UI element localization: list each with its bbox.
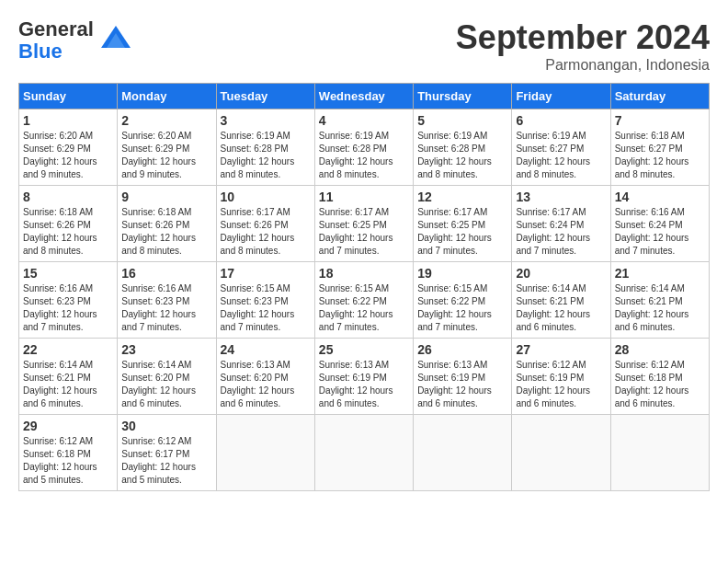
calendar-day-cell <box>414 415 512 491</box>
calendar-day-cell: 23 Sunrise: 6:14 AM Sunset: 6:20 PM Dayl… <box>118 339 216 415</box>
calendar-day-cell: 24 Sunrise: 6:13 AM Sunset: 6:20 PM Dayl… <box>216 339 314 415</box>
col-wednesday: Wednesday <box>314 84 413 109</box>
title-block: September 2024 Parmonangan, Indonesia <box>456 18 710 74</box>
calendar-table: Sunday Monday Tuesday Wednesday Thursday… <box>18 83 710 491</box>
day-info: Sunrise: 6:12 AM Sunset: 6:17 PM Dayligh… <box>121 435 211 487</box>
calendar-week-row: 29 Sunrise: 6:12 AM Sunset: 6:18 PM Dayl… <box>19 415 710 491</box>
calendar-day-cell: 27 Sunrise: 6:12 AM Sunset: 6:19 PM Dayl… <box>512 339 610 415</box>
calendar-day-cell <box>314 415 413 491</box>
day-number: 25 <box>319 342 409 357</box>
month-title: September 2024 <box>456 18 710 57</box>
day-number: 30 <box>121 419 211 433</box>
logo: General Blue <box>18 18 134 63</box>
col-thursday: Thursday <box>414 84 512 109</box>
day-number: 23 <box>121 342 211 357</box>
day-info: Sunrise: 6:20 AM Sunset: 6:29 PM Dayligh… <box>121 130 211 181</box>
day-info: Sunrise: 6:12 AM Sunset: 6:18 PM Dayligh… <box>23 435 113 487</box>
day-info: Sunrise: 6:16 AM Sunset: 6:23 PM Dayligh… <box>23 282 113 334</box>
day-number: 16 <box>121 266 211 281</box>
day-info: Sunrise: 6:14 AM Sunset: 6:20 PM Dayligh… <box>121 359 211 410</box>
calendar-day-cell: 19 Sunrise: 6:15 AM Sunset: 6:22 PM Dayl… <box>414 262 512 339</box>
day-number: 27 <box>516 342 606 357</box>
day-info: Sunrise: 6:13 AM Sunset: 6:19 PM Dayligh… <box>417 359 507 410</box>
day-info: Sunrise: 6:19 AM Sunset: 6:28 PM Dayligh… <box>221 130 311 181</box>
day-number: 1 <box>23 113 113 128</box>
day-info: Sunrise: 6:14 AM Sunset: 6:21 PM Dayligh… <box>23 359 113 410</box>
day-info: Sunrise: 6:16 AM Sunset: 6:23 PM Dayligh… <box>121 282 211 334</box>
day-number: 22 <box>23 342 113 357</box>
day-info: Sunrise: 6:14 AM Sunset: 6:21 PM Dayligh… <box>516 282 606 334</box>
calendar-day-cell: 20 Sunrise: 6:14 AM Sunset: 6:21 PM Dayl… <box>512 262 610 339</box>
day-info: Sunrise: 6:17 AM Sunset: 6:26 PM Dayligh… <box>221 206 311 258</box>
day-number: 14 <box>615 190 705 204</box>
day-number: 15 <box>23 266 113 281</box>
calendar-day-cell <box>610 415 709 491</box>
calendar-day-cell: 13 Sunrise: 6:17 AM Sunset: 6:24 PM Dayl… <box>512 186 610 262</box>
location-subtitle: Parmonangan, Indonesia <box>456 57 710 74</box>
day-number: 10 <box>221 190 311 204</box>
logo-text: General Blue <box>18 18 94 63</box>
day-number: 19 <box>417 266 507 281</box>
day-info: Sunrise: 6:13 AM Sunset: 6:19 PM Dayligh… <box>319 359 409 410</box>
calendar-week-row: 22 Sunrise: 6:14 AM Sunset: 6:21 PM Dayl… <box>19 339 710 415</box>
day-info: Sunrise: 6:12 AM Sunset: 6:19 PM Dayligh… <box>516 359 606 410</box>
day-number: 21 <box>615 266 705 281</box>
day-number: 7 <box>615 113 705 128</box>
calendar-day-cell: 29 Sunrise: 6:12 AM Sunset: 6:18 PM Dayl… <box>19 415 118 491</box>
calendar-day-cell: 26 Sunrise: 6:13 AM Sunset: 6:19 PM Dayl… <box>414 339 512 415</box>
day-info: Sunrise: 6:19 AM Sunset: 6:28 PM Dayligh… <box>319 130 409 181</box>
calendar-week-row: 8 Sunrise: 6:18 AM Sunset: 6:26 PM Dayli… <box>19 186 710 262</box>
day-number: 29 <box>23 419 113 433</box>
calendar-day-cell: 16 Sunrise: 6:16 AM Sunset: 6:23 PM Dayl… <box>118 262 216 339</box>
calendar-day-cell: 8 Sunrise: 6:18 AM Sunset: 6:26 PM Dayli… <box>19 186 118 262</box>
day-info: Sunrise: 6:15 AM Sunset: 6:22 PM Dayligh… <box>417 282 507 334</box>
calendar-day-cell: 4 Sunrise: 6:19 AM Sunset: 6:28 PM Dayli… <box>314 109 413 186</box>
day-info: Sunrise: 6:17 AM Sunset: 6:24 PM Dayligh… <box>516 206 606 258</box>
calendar-day-cell: 12 Sunrise: 6:17 AM Sunset: 6:25 PM Dayl… <box>414 186 512 262</box>
day-info: Sunrise: 6:16 AM Sunset: 6:24 PM Dayligh… <box>615 206 705 258</box>
calendar-day-cell: 2 Sunrise: 6:20 AM Sunset: 6:29 PM Dayli… <box>118 109 216 186</box>
day-number: 3 <box>221 113 311 128</box>
calendar-day-cell: 14 Sunrise: 6:16 AM Sunset: 6:24 PM Dayl… <box>610 186 709 262</box>
col-monday: Monday <box>118 84 216 109</box>
day-number: 8 <box>23 190 113 204</box>
day-number: 9 <box>121 190 211 204</box>
calendar-day-cell: 15 Sunrise: 6:16 AM Sunset: 6:23 PM Dayl… <box>19 262 118 339</box>
day-number: 11 <box>319 190 409 204</box>
day-info: Sunrise: 6:17 AM Sunset: 6:25 PM Dayligh… <box>319 206 409 258</box>
calendar-day-cell: 22 Sunrise: 6:14 AM Sunset: 6:21 PM Dayl… <box>19 339 118 415</box>
calendar-day-cell: 9 Sunrise: 6:18 AM Sunset: 6:26 PM Dayli… <box>118 186 216 262</box>
day-number: 2 <box>121 113 211 128</box>
day-info: Sunrise: 6:19 AM Sunset: 6:27 PM Dayligh… <box>516 130 606 181</box>
calendar-day-cell: 10 Sunrise: 6:17 AM Sunset: 6:26 PM Dayl… <box>216 186 314 262</box>
day-number: 6 <box>516 113 606 128</box>
day-number: 18 <box>319 266 409 281</box>
calendar-day-cell: 5 Sunrise: 6:19 AM Sunset: 6:28 PM Dayli… <box>414 109 512 186</box>
day-number: 28 <box>615 342 705 357</box>
day-info: Sunrise: 6:18 AM Sunset: 6:26 PM Dayligh… <box>121 206 211 258</box>
calendar-day-cell: 30 Sunrise: 6:12 AM Sunset: 6:17 PM Dayl… <box>118 415 216 491</box>
day-number: 5 <box>417 113 507 128</box>
day-info: Sunrise: 6:17 AM Sunset: 6:25 PM Dayligh… <box>417 206 507 258</box>
calendar-header-row: Sunday Monday Tuesday Wednesday Thursday… <box>19 84 710 109</box>
day-number: 24 <box>221 342 311 357</box>
col-tuesday: Tuesday <box>216 84 314 109</box>
day-info: Sunrise: 6:12 AM Sunset: 6:18 PM Dayligh… <box>615 359 705 410</box>
day-info: Sunrise: 6:14 AM Sunset: 6:21 PM Dayligh… <box>615 282 705 334</box>
calendar-day-cell: 21 Sunrise: 6:14 AM Sunset: 6:21 PM Dayl… <box>610 262 709 339</box>
day-number: 4 <box>319 113 409 128</box>
calendar-day-cell: 7 Sunrise: 6:18 AM Sunset: 6:27 PM Dayli… <box>610 109 709 186</box>
page-header: General Blue September 2024 Parmonangan,… <box>18 18 710 74</box>
day-info: Sunrise: 6:20 AM Sunset: 6:29 PM Dayligh… <box>23 130 113 181</box>
calendar-week-row: 1 Sunrise: 6:20 AM Sunset: 6:29 PM Dayli… <box>19 109 710 186</box>
day-info: Sunrise: 6:13 AM Sunset: 6:20 PM Dayligh… <box>221 359 311 410</box>
col-sunday: Sunday <box>19 84 118 109</box>
calendar-day-cell: 6 Sunrise: 6:19 AM Sunset: 6:27 PM Dayli… <box>512 109 610 186</box>
day-info: Sunrise: 6:19 AM Sunset: 6:28 PM Dayligh… <box>417 130 507 181</box>
day-number: 20 <box>516 266 606 281</box>
day-info: Sunrise: 6:18 AM Sunset: 6:26 PM Dayligh… <box>23 206 113 258</box>
calendar-day-cell <box>216 415 314 491</box>
calendar-day-cell: 18 Sunrise: 6:15 AM Sunset: 6:22 PM Dayl… <box>314 262 413 339</box>
calendar-day-cell <box>512 415 610 491</box>
calendar-day-cell: 17 Sunrise: 6:15 AM Sunset: 6:23 PM Dayl… <box>216 262 314 339</box>
